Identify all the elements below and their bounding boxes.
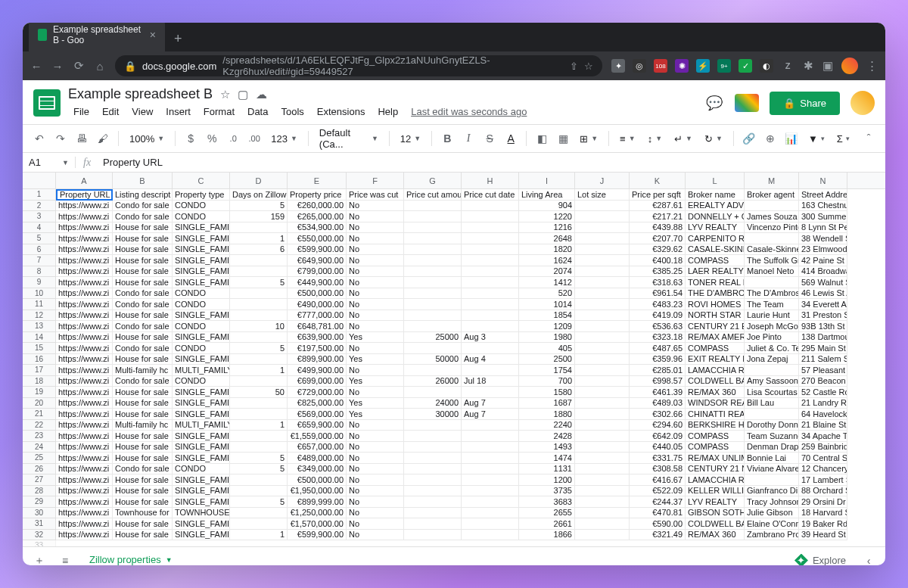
share-button[interactable]: 🔒 Share xyxy=(770,92,840,115)
data-cell[interactable]: SINGLE_FAMIL xyxy=(173,387,230,398)
data-cell[interactable]: KELLER WILLIA xyxy=(686,486,745,497)
data-cell[interactable]: 10 xyxy=(230,321,288,332)
data-cell[interactable]: 42 Paine St Winth xyxy=(799,255,847,266)
data-cell[interactable]: €1,570,000.00 xyxy=(288,518,347,530)
data-cell[interactable] xyxy=(745,201,799,212)
data-cell[interactable]: €536.63 xyxy=(630,321,686,332)
data-cell[interactable]: No xyxy=(347,530,404,541)
data-cell[interactable]: No xyxy=(347,310,404,322)
data-cell[interactable]: 138 Dartmouth Evere xyxy=(799,332,847,344)
data-cell[interactable] xyxy=(575,518,630,530)
link-icon[interactable]: 🔗 xyxy=(740,129,758,148)
row-header[interactable]: 11 xyxy=(23,299,56,310)
data-cell[interactable]: 50000 xyxy=(404,354,462,366)
data-cell[interactable]: CENTURY 21 EL xyxy=(686,321,745,332)
column-title-cell[interactable]: Living Area xyxy=(519,189,575,201)
ext-icon-5[interactable]: ⚡ xyxy=(696,59,710,73)
row-header[interactable]: 19 xyxy=(23,387,56,398)
row-header[interactable]: 25 xyxy=(23,453,56,464)
data-cell[interactable]: €439.88 xyxy=(630,222,686,234)
data-cell[interactable] xyxy=(404,244,462,256)
row-header[interactable]: 7 xyxy=(23,255,56,266)
cell-reference[interactable]: A1▼ xyxy=(23,157,76,168)
col-header-D[interactable]: D xyxy=(230,173,288,188)
data-cell[interactable]: €461.39 xyxy=(630,387,686,398)
menu-data[interactable]: Data xyxy=(242,104,273,120)
data-cell[interactable]: LAMACCHIA REALTY xyxy=(686,474,745,486)
data-cell[interactable] xyxy=(575,420,630,431)
data-cell[interactable]: €323.18 xyxy=(630,332,686,344)
data-cell[interactable] xyxy=(462,343,519,354)
data-cell[interactable] xyxy=(404,277,462,288)
data-cell[interactable]: House for sale xyxy=(113,518,173,530)
data-cell[interactable] xyxy=(745,474,799,486)
select-all-corner[interactable] xyxy=(23,173,56,188)
data-cell[interactable] xyxy=(230,332,288,344)
data-cell[interactable] xyxy=(462,486,519,497)
data-cell[interactable]: EREALTY ADVISORS xyxy=(686,201,745,212)
data-cell[interactable]: 5 xyxy=(230,496,288,508)
data-cell[interactable]: Jona Zepaj xyxy=(745,354,799,366)
data-cell[interactable]: 1624 xyxy=(519,255,575,266)
data-cell[interactable] xyxy=(404,211,462,222)
data-cell[interactable]: €642.09 xyxy=(630,431,686,442)
data-cell[interactable]: 1754 xyxy=(519,365,575,376)
data-cell[interactable]: €197,500.00 xyxy=(288,343,347,354)
data-cell[interactable]: €308.58 xyxy=(630,464,686,475)
data-cell[interactable]: House for sale xyxy=(113,277,173,288)
data-cell[interactable] xyxy=(575,453,630,464)
data-cell[interactable]: 24000 xyxy=(404,398,462,409)
menu-extensions[interactable]: Extensions xyxy=(312,104,371,120)
data-cell[interactable]: €331.75 xyxy=(630,453,686,464)
data-cell[interactable]: €285.01 xyxy=(630,365,686,376)
data-cell[interactable]: MULTI_FAMILY xyxy=(173,365,230,376)
data-cell[interactable] xyxy=(404,387,462,398)
user-avatar[interactable] xyxy=(850,91,875,115)
data-cell[interactable]: Bill Lau xyxy=(745,398,799,409)
data-cell[interactable]: 1687 xyxy=(519,398,575,409)
data-cell[interactable] xyxy=(575,255,630,266)
share-url-icon[interactable]: ⇧ xyxy=(570,61,578,72)
data-cell[interactable]: €470.81 xyxy=(630,508,686,519)
data-cell[interactable]: 5 xyxy=(230,453,288,464)
row-header[interactable]: 3 xyxy=(23,211,56,222)
data-cell[interactable]: No xyxy=(347,277,404,288)
data-cell[interactable]: GIBSON SOTHE xyxy=(686,508,745,519)
data-cell[interactable]: Juliet & Co. Tea xyxy=(745,343,799,354)
ext-icon-7[interactable]: ✓ xyxy=(739,59,752,73)
ext-icon-1[interactable]: ✦ xyxy=(611,59,625,73)
data-cell[interactable]: 1493 xyxy=(519,442,575,453)
data-cell[interactable]: 93B 13th St Charle xyxy=(799,321,847,332)
data-cell[interactable]: No xyxy=(347,420,404,431)
data-cell[interactable]: €260,000.00 xyxy=(288,201,347,212)
data-cell[interactable]: SINGLE_FAMILY xyxy=(173,442,230,453)
data-cell[interactable]: CONDO xyxy=(173,299,230,310)
data-cell[interactable]: 6 xyxy=(230,244,288,256)
row-header[interactable]: 1 xyxy=(23,189,56,201)
data-cell[interactable]: 1412 xyxy=(519,277,575,288)
data-cell[interactable]: €899,999.00 xyxy=(288,496,347,508)
data-cell[interactable]: €729,000.00 xyxy=(288,387,347,398)
data-cell[interactable]: Zambrano Prop xyxy=(745,530,799,541)
column-title-cell[interactable]: Lot size xyxy=(575,189,630,201)
data-cell[interactable]: €321.49 xyxy=(630,530,686,541)
data-cell[interactable] xyxy=(462,201,519,212)
data-cell[interactable]: 34 Apache Trl Arling xyxy=(799,431,847,442)
data-cell[interactable] xyxy=(462,266,519,278)
data-cell[interactable] xyxy=(404,266,462,278)
col-header-K[interactable]: K xyxy=(630,173,686,188)
browser-tab[interactable]: Example spreadsheet B - Goo × xyxy=(29,23,165,51)
data-cell[interactable]: https://www.zi xyxy=(56,431,113,442)
data-cell[interactable]: Jul 18 xyxy=(462,376,519,387)
back-icon[interactable]: ← xyxy=(30,60,42,73)
data-cell[interactable]: https://www.zi xyxy=(56,508,113,519)
col-header-A[interactable]: A xyxy=(56,173,113,188)
url-input[interactable]: 🔒 docs.google.com/spreadsheets/d/1A6EkLE… xyxy=(115,55,602,76)
menu-edit[interactable]: Edit xyxy=(97,104,124,120)
extensions-icon[interactable]: ✱ xyxy=(802,59,814,73)
data-cell[interactable] xyxy=(230,409,288,420)
move-doc-icon[interactable]: ▢ xyxy=(238,88,248,101)
data-cell[interactable] xyxy=(230,310,288,322)
data-cell[interactable] xyxy=(462,321,519,332)
column-title-cell[interactable]: Property type xyxy=(173,189,230,201)
